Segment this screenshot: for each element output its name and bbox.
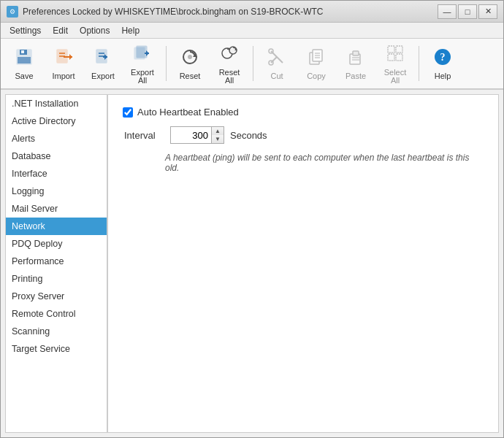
sidebar-item-database[interactable]: Database [6,147,107,165]
save-button[interactable]: Save [5,42,43,85]
export-label: Export [91,72,115,80]
import-button[interactable]: Import [45,42,83,85]
save-icon [14,47,34,70]
export-all-label: Export All [127,69,158,85]
interval-input-wrapper: ▲ ▼ [170,126,224,144]
interval-label: Interval [124,130,164,141]
reset-all-label: Reset All [214,69,245,85]
paste-label: Paste [345,72,366,80]
sidebar-item-pdq-deploy[interactable]: PDQ Deploy [6,235,107,253]
title-bar-text: Preferences Locked by WHISKEYTIME\brock.… [23,7,438,17]
sidebar-item-target-service[interactable]: Target Service [6,340,107,358]
spinner-up-button[interactable]: ▲ [212,127,224,135]
description-text: A heartbeat (ping) will be sent to each … [165,153,484,173]
title-bar-buttons: — □ ✕ [438,4,497,19]
sidebar-item-scanning[interactable]: Scanning [6,323,107,340]
reset-all-button[interactable]: Reset All [210,42,248,85]
select-all-icon [385,43,405,66]
menu-settings[interactable]: Settings [4,24,47,37]
reset-icon [180,47,200,70]
copy-button[interactable]: Copy [297,42,335,85]
svg-text:?: ? [440,52,446,63]
svg-rect-41 [396,54,402,61]
import-icon [53,47,74,70]
sidebar-item-alerts[interactable]: Alerts [6,130,107,147]
toolbar-separator-2 [253,46,253,81]
svg-line-26 [271,57,277,63]
menu-bar: Settings Edit Options Help [1,23,503,39]
export-icon [93,47,113,70]
toolbar: Save Import [1,39,503,90]
select-all-label: Select All [380,69,411,85]
menu-edit[interactable]: Edit [47,24,74,37]
save-label: Save [15,72,33,80]
close-button[interactable]: ✕ [478,4,497,19]
content-panel: Auto Heartbeat Enabled Interval ▲ ▼ Seco… [107,94,499,433]
sidebar-item-mail-server[interactable]: Mail Server [6,200,107,218]
sidebar-item-active-directory[interactable]: Active Directory [6,112,107,130]
import-label: Import [52,72,75,80]
reset-label: Reset [180,72,201,80]
svg-rect-38 [388,46,394,53]
help-label: Help [435,72,451,80]
export-all-icon [132,43,153,66]
sidebar-item-logging[interactable]: Logging [6,182,107,200]
cut-label: Cut [270,72,283,80]
export-button[interactable]: Export [84,42,122,85]
sidebar-item-remote-control[interactable]: Remote Control [6,305,107,323]
title-bar: ⚙ Preferences Locked by WHISKEYTIME\broc… [1,1,503,23]
sidebar-item-performance[interactable]: Performance [6,253,107,270]
spinner-buttons: ▲ ▼ [211,127,224,143]
sidebar-item-network[interactable]: Network [6,218,107,235]
help-button[interactable]: ? Help [424,42,462,85]
select-all-button[interactable]: Select All [376,42,414,85]
paste-icon [345,47,366,70]
cut-button[interactable]: Cut [258,42,296,85]
copy-label: Copy [307,72,326,80]
svg-rect-3 [21,50,24,53]
app-icon: ⚙ [7,6,18,18]
minimize-button[interactable]: — [438,4,457,19]
interval-input[interactable] [171,128,211,142]
cut-icon [267,47,287,70]
auto-heartbeat-label[interactable]: Auto Heartbeat Enabled [137,107,239,118]
reset-all-icon [219,43,240,66]
auto-heartbeat-row: Auto Heartbeat Enabled [123,107,484,118]
sidebar-item-proxy-server[interactable]: Proxy Server [6,288,107,305]
sidebar-item-net-installation[interactable]: .NET Installation [6,95,107,112]
help-icon: ? [432,47,453,70]
reset-button[interactable]: Reset [171,42,209,85]
menu-options[interactable]: Options [74,24,115,37]
svg-rect-40 [388,54,394,61]
main-window: ⚙ Preferences Locked by WHISKEYTIME\broc… [0,0,504,438]
toolbar-separator-1 [166,46,167,81]
svg-rect-35 [353,51,359,55]
export-all-button[interactable]: Export All [123,42,161,85]
svg-rect-39 [396,46,402,53]
menu-help[interactable]: Help [115,24,145,37]
svg-rect-15 [137,46,147,58]
svg-point-20 [188,55,192,59]
sidebar-item-printing[interactable]: Printing [6,270,107,288]
svg-rect-2 [18,57,31,64]
spinner-down-button[interactable]: ▼ [212,135,224,143]
heartbeat-section: Auto Heartbeat Enabled Interval ▲ ▼ Seco… [123,107,484,173]
auto-heartbeat-checkbox[interactable] [123,107,133,118]
sidebar: .NET Installation Active Directory Alert… [5,94,107,433]
copy-icon [306,47,327,70]
maximize-button[interactable]: □ [458,4,477,19]
seconds-label: Seconds [230,130,267,141]
toolbar-separator-3 [419,46,419,81]
paste-button[interactable]: Paste [337,42,375,85]
main-content: .NET Installation Active Directory Alert… [1,90,503,437]
interval-row: Interval ▲ ▼ Seconds [124,126,484,144]
sidebar-item-interface[interactable]: Interface [6,165,107,182]
